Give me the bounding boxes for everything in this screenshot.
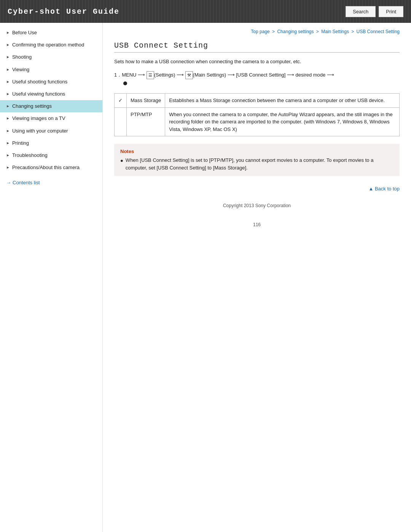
sidebar: ►Before Use►Confirming the operation met… xyxy=(0,23,103,532)
contents-list-label: Contents list xyxy=(13,180,40,185)
print-button[interactable]: Print xyxy=(379,6,403,17)
breadcrumb-sep2: > xyxy=(316,29,320,34)
sidebar-label-11: Precautions/About this camera xyxy=(12,164,80,171)
search-button[interactable]: Search xyxy=(346,6,376,17)
sidebar-item-9[interactable]: ►Printing xyxy=(0,137,102,149)
sidebar-arrow-5: ► xyxy=(6,91,10,97)
breadcrumb-changing-settings[interactable]: Changing settings xyxy=(277,29,314,34)
sidebar-arrow-7: ► xyxy=(6,116,10,121)
sidebar-label-5: Useful viewing functions xyxy=(12,91,65,97)
sidebar-arrow-3: ► xyxy=(6,67,10,72)
sidebar-label-10: Troubleshooting xyxy=(12,152,48,159)
sidebar-label-9: Printing xyxy=(12,140,29,147)
sidebar-item-10[interactable]: ►Troubleshooting xyxy=(0,149,102,161)
breadcrumb: Top page > Changing settings > Main Sett… xyxy=(114,29,400,34)
arrow-icon: → xyxy=(6,180,11,185)
breadcrumb-usb-connect[interactable]: USB Connect Setting xyxy=(357,29,400,34)
sidebar-item-3[interactable]: ►Viewing xyxy=(0,64,102,76)
sidebar-label-7: Viewing images on a TV xyxy=(12,115,65,122)
back-to-top-link[interactable]: ▲ Back to top xyxy=(368,186,400,192)
row-name-0: Mass Storage xyxy=(127,94,165,108)
step-bullet xyxy=(123,81,127,85)
contents-list-link[interactable]: → Contents list xyxy=(6,180,96,185)
sidebar-label-1: Confirming the operation method xyxy=(12,42,84,48)
notes-item-0: ●When [USB Connect Setting] is set to [P… xyxy=(120,157,393,171)
header-buttons: Search Print xyxy=(346,6,403,17)
breadcrumb-toppage[interactable]: Top page xyxy=(251,29,269,34)
main-container: ►Before Use►Confirming the operation met… xyxy=(0,23,411,532)
table-row-1: PTP/MTP When you connect the camera to a… xyxy=(115,107,400,136)
breadcrumb-sep1: > xyxy=(272,29,276,34)
sidebar-item-1[interactable]: ►Confirming the operation method xyxy=(0,39,102,51)
settings-table: ✓ Mass Storage Establishes a Mass Storag… xyxy=(114,93,400,136)
sidebar-arrow-2: ► xyxy=(6,54,10,60)
sidebar-label-8: Using with your computer xyxy=(12,128,68,134)
sidebar-item-5[interactable]: ►Useful viewing functions xyxy=(0,88,102,100)
step-instruction: 1．MENU ⟶ ☰(Settings) ⟶ ⚒(Main Settings) … xyxy=(114,71,400,88)
sidebar-footer: → Contents list xyxy=(0,175,102,190)
sidebar-label-4: Useful shooting functions xyxy=(12,78,67,85)
check-cell-0: ✓ xyxy=(115,94,127,108)
sidebar-item-0[interactable]: ►Before Use xyxy=(0,27,102,39)
content-area: Top page > Changing settings > Main Sett… xyxy=(103,23,411,532)
notes-box: Notes ●When [USB Connect Setting] is set… xyxy=(114,144,400,176)
sidebar-arrow-11: ► xyxy=(6,165,10,170)
sidebar-label-6: Changing settings xyxy=(12,103,52,110)
copyright: Copyright 2013 Sony Corporation xyxy=(114,203,400,216)
sidebar-arrow-0: ► xyxy=(6,30,10,35)
page-title: USB Connect Setting xyxy=(114,41,400,53)
sidebar-label-3: Viewing xyxy=(12,66,29,73)
notes-bullet-0: ● xyxy=(120,157,123,165)
table-row-0: ✓ Mass Storage Establishes a Mass Storag… xyxy=(115,94,400,108)
sidebar-item-6[interactable]: ►Changing settings xyxy=(0,100,102,112)
sidebar-item-8[interactable]: ►Using with your computer xyxy=(0,125,102,137)
sidebar-label-0: Before Use xyxy=(12,29,37,36)
sidebar-arrow-9: ► xyxy=(6,141,10,146)
sidebar-item-4[interactable]: ►Useful shooting functions xyxy=(0,76,102,88)
sidebar-arrow-10: ► xyxy=(6,153,10,158)
footer-row: ▲ Back to top xyxy=(114,184,400,192)
sidebar-arrow-6: ► xyxy=(6,104,10,109)
header: Cyber-shot User Guide Search Print xyxy=(0,0,411,23)
sidebar-item-7[interactable]: ►Viewing images on a TV xyxy=(0,112,102,125)
notes-text-0: When [USB Connect Setting] is set to [PT… xyxy=(126,157,393,171)
page-description: Sets how to make a USB connection when c… xyxy=(114,58,400,66)
sidebar-item-11[interactable]: ►Precautions/About this camera xyxy=(0,161,102,174)
sidebar-label-2: Shooting xyxy=(12,54,32,61)
row-name-1: PTP/MTP xyxy=(127,107,165,136)
sidebar-arrow-1: ► xyxy=(6,42,10,48)
sidebar-item-2[interactable]: ►Shooting xyxy=(0,51,102,63)
step-text: 1．MENU ⟶ ☰(Settings) ⟶ ⚒(Main Settings) … xyxy=(114,72,334,78)
check-cell-1 xyxy=(115,107,127,136)
breadcrumb-main-settings[interactable]: Main Settings xyxy=(321,29,349,34)
notes-title: Notes xyxy=(120,149,393,154)
row-desc-1: When you connect the camera to a compute… xyxy=(165,107,400,136)
row-desc-0: Establishes a Mass Storage connection be… xyxy=(165,94,400,108)
app-title: Cyber-shot User Guide xyxy=(8,7,119,16)
page-number: 116 xyxy=(114,222,400,227)
breadcrumb-sep3: > xyxy=(351,29,355,34)
sidebar-arrow-4: ► xyxy=(6,79,10,85)
sidebar-arrow-8: ► xyxy=(6,128,10,134)
